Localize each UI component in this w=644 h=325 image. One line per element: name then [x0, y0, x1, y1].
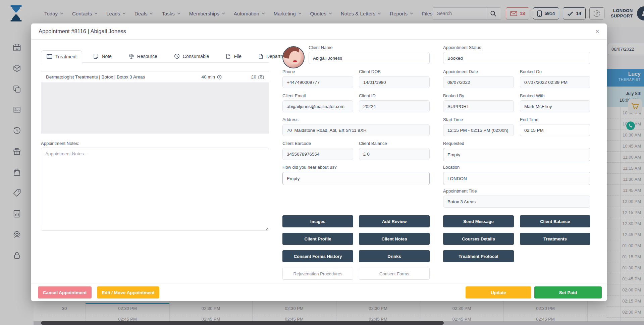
booked-with-input[interactable]: [520, 100, 590, 112]
tab-note[interactable]: Note: [88, 50, 117, 62]
client-balance-input[interactable]: [359, 148, 430, 160]
consent-forms-button[interactable]: Consent Forms: [359, 268, 430, 280]
field-label: Location: [443, 165, 590, 170]
treatment-row[interactable]: Dermatologist Treatments | Botox | Botox…: [41, 71, 269, 83]
treatment-price: £0: [251, 74, 264, 79]
treatments-button[interactable]: Treatments: [520, 233, 590, 245]
field-address: Address: [282, 117, 430, 136]
tab-label: Resource: [137, 54, 157, 59]
field-label: Client Name: [309, 45, 430, 50]
client-email-input[interactable]: [282, 100, 353, 112]
appointment-title-input[interactable]: [443, 196, 590, 208]
field-label: Client ID: [359, 93, 430, 98]
tab-treatment[interactable]: Treatment: [41, 50, 82, 63]
tab-label: Consumable: [183, 54, 209, 59]
appointment-notes-label: Appointment Notes:: [41, 141, 79, 146]
field-label: Client Barcode: [282, 141, 353, 146]
treatment-name: Dermatologist Treatments | Botox | Botox…: [46, 74, 145, 79]
phone-input[interactable]: [282, 76, 353, 88]
field-label: How did you hear about us?: [282, 165, 430, 170]
resource-scale-icon: [128, 53, 134, 59]
client-balance-button[interactable]: Client Balance: [520, 215, 590, 227]
treatment-protocol-button[interactable]: Treatment Protocol: [443, 250, 514, 262]
images-button[interactable]: Images: [282, 215, 353, 227]
file-icon: [226, 54, 231, 59]
field-label: Address: [282, 117, 430, 122]
clock-icon: [217, 75, 222, 79]
field-booked-with: Booked With: [520, 93, 590, 112]
address-input[interactable]: [282, 124, 430, 136]
client-notes-button[interactable]: Client Notes: [359, 233, 430, 245]
consent-forms-history-button[interactable]: Consent Forms History: [282, 250, 353, 262]
field-label: Client DOB: [359, 69, 430, 74]
note-icon: [93, 54, 99, 59]
booked-on-input[interactable]: [520, 76, 590, 88]
location-select[interactable]: [443, 172, 590, 185]
treatment-icon: [47, 54, 52, 59]
tab-label: Note: [102, 54, 112, 59]
modal-header: Appointment #8116 | Abigail Joness ×: [31, 23, 607, 40]
modal-footer: Cancel Appointment Edit / Move Appointme…: [31, 283, 607, 301]
field-requested: Requested: [443, 141, 590, 161]
field-appointment-title: Appointment Title: [443, 188, 590, 208]
client-dob-input[interactable]: [359, 76, 430, 88]
edit-move-appointment-button[interactable]: Edit / Move Appointment: [97, 286, 159, 299]
courses-details-button[interactable]: Courses Details: [443, 233, 514, 245]
field-label: Appointment Status: [443, 45, 590, 50]
field-appointment-date: Appointment Date: [443, 69, 514, 88]
field-label: Appointment Date: [443, 69, 514, 74]
cancel-appointment-button[interactable]: Cancel Appointment: [38, 286, 92, 299]
treatment-duration: 40 min: [201, 74, 222, 79]
department-icon: [258, 54, 263, 59]
close-icon[interactable]: ×: [595, 28, 599, 35]
appointment-status-select[interactable]: [443, 52, 590, 64]
requested-select[interactable]: [443, 148, 590, 161]
field-appointment-status: Appointment Status: [443, 45, 590, 64]
booked-by-input[interactable]: [443, 100, 514, 112]
tab-label: Treatment: [55, 54, 76, 59]
tab-resource[interactable]: Resource: [123, 50, 163, 62]
field-label: Client Email: [282, 93, 353, 98]
send-message-button[interactable]: Send Message: [443, 215, 514, 227]
end-time-input[interactable]: [520, 124, 590, 136]
field-location: Location: [443, 165, 590, 185]
client-barcode-input[interactable]: [282, 148, 353, 160]
field-label: Booked With: [520, 93, 590, 98]
client-photo: [282, 46, 305, 68]
field-client-email: Client Email: [282, 93, 353, 112]
appointment-modal: Appointment #8116 | Abigail Joness × Tre…: [31, 23, 607, 301]
drinks-button[interactable]: Drinks: [359, 250, 430, 262]
add-review-button[interactable]: Add Review: [359, 215, 430, 227]
tab-consumable[interactable]: Consumable: [168, 50, 215, 62]
appointment-date-input[interactable]: [443, 76, 514, 88]
field-label: Booked On: [520, 69, 590, 74]
consumable-pie-icon: [174, 53, 180, 59]
field-label: Phone: [282, 69, 353, 74]
field-end-time: End Time: [520, 117, 590, 136]
field-label: End Time: [520, 117, 590, 122]
field-phone: Phone: [282, 69, 353, 88]
start-time-input[interactable]: [443, 124, 514, 136]
field-label: Appointment Title: [443, 188, 590, 194]
tab-label: File: [234, 54, 241, 59]
modal-body: Treatment Note Resource Consumable File: [31, 40, 607, 283]
field-booked-by: Booked By: [443, 93, 514, 112]
client-profile-button[interactable]: Client Profile: [282, 233, 353, 245]
tab-file[interactable]: File: [220, 50, 247, 62]
client-id-input[interactable]: [359, 100, 430, 112]
client-name-input[interactable]: [309, 52, 430, 64]
field-client-barcode: Client Barcode: [282, 141, 353, 160]
field-client-id: Client ID: [359, 93, 430, 112]
how-did-you-hear-select[interactable]: [282, 172, 430, 185]
appointment-notes-textarea[interactable]: [41, 148, 269, 231]
update-button[interactable]: Update: [466, 286, 531, 299]
field-label: Booked By: [443, 93, 514, 98]
field-booked-on: Booked On: [520, 69, 590, 88]
treatment-list: Dermatologist Treatments | Botox | Botox…: [41, 71, 269, 133]
rejuvenation-procedures-button[interactable]: Rejuvenation Procedures: [282, 268, 353, 280]
field-label: Client Balance: [359, 141, 430, 146]
set-paid-button[interactable]: Set Paid: [534, 286, 602, 299]
modal-tabs: Treatment Note Resource Consumable File: [41, 50, 269, 63]
camera-icon: [258, 75, 264, 79]
field-client-name: Client Name: [309, 45, 430, 64]
